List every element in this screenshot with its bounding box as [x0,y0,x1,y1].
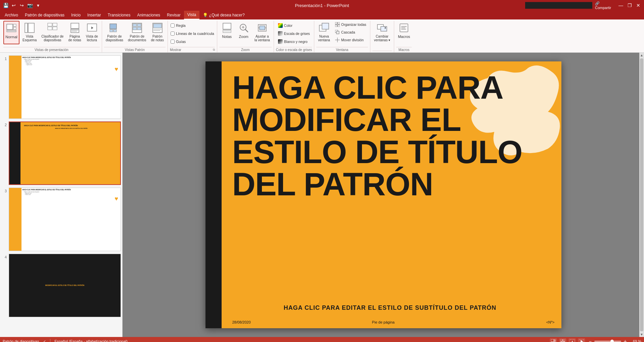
reading-status-btn[interactable] [569,339,576,342]
slide-main-title[interactable]: HAGA CLIC PARA MODIFICAR EL ESTILO DE TÍ… [232,71,548,200]
save-icon[interactable]: 💾 [3,2,9,8]
arrange-all-icon [335,22,340,27]
menu-revisar[interactable]: Revisar [164,11,184,19]
minimize-button[interactable]: — [618,2,624,8]
grayscale-btn[interactable]: Escala de grises [276,30,312,37]
slide-master-button[interactable]: Patrón dediapositivas [104,21,125,44]
svg-rect-8 [48,27,52,30]
slide-num-3: 3 [1,189,7,193]
arrange-all-btn[interactable]: Organizar todas [333,21,368,28]
slide-sorter-status-btn[interactable] [559,339,566,342]
svg-line-32 [245,29,248,32]
normal-view-status-btn[interactable] [550,339,557,342]
svg-rect-50 [381,27,387,31]
zoom-slider[interactable] [594,341,621,342]
handout-master-button[interactable]: Patrón dedocumentos [126,21,148,44]
svg-rect-29 [223,30,231,33]
ribbon: Normal VistaEsquema [0,19,644,53]
svg-rect-57 [554,339,556,340]
fit-window-btn[interactable]: Ajustar ala ventana [253,21,272,44]
regla-checkbox[interactable] [171,23,175,28]
svg-rect-42 [338,22,340,24]
slide-2-thumbnail[interactable]: HAGA CLIC PARA MODIFICAR EL ESTILO DE TÍ… [9,121,121,185]
menu-animaciones[interactable]: Animaciones [134,11,164,19]
slide-1-thumbnail[interactable]: HAGA CLIC PARA MODIFICAR EL ESTILO DE TÍ… [9,55,121,119]
slide-num-4: 4 [1,255,7,259]
quick-access-toolbar: 💾 ↩ ↪ 📷 ▾ [3,2,41,8]
cuadricula-check[interactable]: Líneas de la cuadrícula [170,30,215,37]
svg-rect-46 [336,31,339,34]
zoom-level-label[interactable]: 69 % [629,339,641,342]
slide-num-1: 1 [1,57,7,61]
slide-panel: 1 HAGA CLIC PARA MODIFICAR EL ESTILO DE … [0,53,123,337]
zoom-out-btn[interactable]: － [588,338,593,342]
guias-checkbox[interactable] [171,40,175,44]
new-window-btn[interactable]: Nuevaventana [316,21,332,44]
normal-view-button[interactable]: Normal [3,21,19,44]
reading-view-button[interactable]: Vista delectura [84,21,100,44]
move-split-btn[interactable]: Mover división [333,36,368,44]
bw-btn[interactable]: Blanco y negro [276,38,309,45]
macros-btn[interactable]: Macros [396,21,412,44]
close-button[interactable]: ✕ [635,2,641,8]
menu-patron[interactable]: Patrón de diapositivas [21,11,68,19]
main-slide[interactable]: HAGA CLIC PARA MODIFICAR EL ESTILO DE TÍ… [205,61,561,328]
svg-rect-16 [110,24,117,29]
notes-page-button[interactable]: Páginade notas [66,21,83,44]
scroll-thumb[interactable] [640,58,643,331]
redo-icon[interactable]: ↪ [19,2,25,8]
switch-windows-btn[interactable]: Cambiarventanas ▾ [372,21,392,44]
window-title: Presentación1 - PowerPoint [295,3,349,8]
notes-master-button[interactable]: Patrónde notas [149,21,166,44]
svg-rect-22 [133,27,137,30]
menu-inicio[interactable]: Inicio [68,11,84,19]
zoom-thumb[interactable] [610,340,614,342]
customize-icon[interactable]: ▾ [35,2,41,8]
screenshot-icon[interactable]: 📷 [27,2,33,8]
slideshow-status-btn[interactable] [578,339,585,342]
status-right: － ＋ 69 % [550,338,641,342]
zoom-in-btn[interactable]: ＋ [623,338,628,342]
new-window-label: Nuevaventana [318,35,330,42]
svg-rect-60 [560,339,562,341]
cuadricula-checkbox[interactable] [171,32,175,36]
share-button[interactable]: 🔗 Compartir [595,2,615,8]
guias-check[interactable]: Guías [170,38,186,45]
svg-rect-23 [137,27,141,30]
fit-window-icon [256,22,268,34]
slide-thumb-2: 2 HAGA CLIC PARA MODIFICAR EL ESTILO DE … [1,121,121,185]
regla-check[interactable]: Regla [170,22,186,29]
handout-master-label: Patrón dedocumentos [128,35,146,42]
zoom-area: － ＋ 69 % [588,338,641,342]
slide-sorter-button[interactable]: Clasificador dediapositivas [40,21,65,44]
mostrar-expand-icon[interactable]: ⧉ [213,48,215,52]
slide-4-thumbnail[interactable]: MODIFICAR EL ESTILO DE TÍTULO DEL PATRÓN [9,254,121,317]
scroll-down-btn[interactable]: ▼ [639,332,644,337]
outline-view-button[interactable]: VistaEsquema [21,21,38,44]
vertical-scrollbar[interactable]: ▲ ▼ [639,53,644,337]
restore-button[interactable]: ❐ [627,2,633,8]
color-group-label: Color o escala de grises [276,47,312,52]
zoom-btn[interactable]: Zoom [236,21,251,44]
slide-3-thumbnail[interactable]: HAGA CLIC PARA MODIFICAR EL ESTILO DE TÍ… [9,188,121,251]
menu-vista[interactable]: Vista [184,11,199,19]
menu-archivo[interactable]: Archivo [1,11,21,19]
slide-thumb-3: 3 HAGA CLIC PARA MODIFICAR EL ESTILO DE … [1,188,121,251]
menu-transiciones[interactable]: Transiciones [104,11,134,19]
scroll-up-btn[interactable]: ▲ [639,53,644,58]
menu-insertar[interactable]: Insertar [84,11,104,19]
cascade-btn[interactable]: Cascada [333,29,368,36]
outline-view-label: VistaEsquema [22,35,37,42]
slide-main-subtitle[interactable]: HAGA CLIC PARA EDITAR EL ESTILO DE SUBTÍ… [232,304,548,311]
ribbon-group-macros: Macros Macros [394,21,414,52]
undo-icon[interactable]: ↩ [11,2,17,8]
menu-help[interactable]: 💡 ¿Qué desea hacer? [199,11,248,19]
editor-area[interactable]: HAGA CLIC PARA MODIFICAR EL ESTILO DE TÍ… [123,53,644,337]
notes-btn[interactable]: Notas [219,21,235,44]
move-split-icon [335,37,340,43]
notes-page-icon [69,22,81,34]
color-btn[interactable]: Color [276,22,296,29]
slide-footer-date: 28/08/2020 [232,320,251,324]
macros-icon [398,22,410,34]
svg-rect-4 [25,23,28,33]
